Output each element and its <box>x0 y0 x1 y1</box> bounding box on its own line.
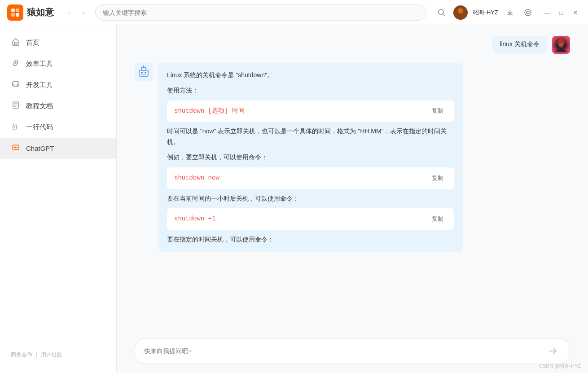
bot-text-6: 要在指定的时间关机，可以使用命令： <box>167 234 454 245</box>
svg-point-22 <box>17 147 18 148</box>
code-text-2: shutdown now <box>174 173 219 184</box>
sidebar-label-devtools: 开发工具 <box>26 81 53 89</box>
svg-text:{/}: {/} <box>12 123 17 130</box>
svg-line-5 <box>443 13 445 16</box>
sidebar-item-efficiency[interactable]: 效率工具 <box>0 53 116 75</box>
bot-text-2: 使用方法： <box>167 85 454 96</box>
sidebar-item-home[interactable]: 首页 <box>0 32 116 53</box>
back-button[interactable]: ‹ <box>63 6 75 19</box>
sidebar-label-home: 首页 <box>26 39 39 47</box>
logo-area: 猿如意 <box>7 4 54 21</box>
copy-button-2[interactable]: 复制 <box>428 173 447 183</box>
sidebar-label-chatgpt: ChatGPT <box>26 145 54 152</box>
user-message-row: linux 关机命令 <box>135 36 570 54</box>
home-icon <box>11 38 21 48</box>
chatgpt-icon <box>11 143 21 154</box>
bot-text-3: 时间可以是 "now" 表示立即关机，也可以是一个具体的时间，格式为 "HH:M… <box>167 126 454 148</box>
svg-rect-10 <box>14 42 17 45</box>
svg-point-28 <box>145 72 146 74</box>
code-block-2: shutdown now 复制 <box>167 167 454 189</box>
sidebar-label-efficiency: 效率工具 <box>26 60 53 68</box>
sidebar-item-chatgpt[interactable]: ChatGPT <box>0 138 116 159</box>
svg-point-12 <box>15 62 17 64</box>
input-box <box>135 338 570 364</box>
user-name-label: 昭哥-HYZ <box>473 9 498 17</box>
user-avatar[interactable] <box>453 5 468 20</box>
bot-avatar-icon <box>135 63 153 81</box>
content-area: linux 关机命令 <box>117 25 588 373</box>
titlebar-icons: 昭哥-HYZ <box>435 5 534 20</box>
forward-button[interactable]: › <box>77 6 90 19</box>
user-avatar-chat <box>552 36 570 54</box>
sidebar-item-docs[interactable]: 教程文档 <box>0 96 116 117</box>
nav-arrows: ‹ › <box>63 6 90 19</box>
search-icon[interactable] <box>435 6 448 19</box>
bot-message-row: Linux 系统的关机命令是 "shutdown"。 使用方法： shutdow… <box>135 63 570 252</box>
svg-rect-2 <box>11 13 15 17</box>
oneliner-icon: {/} <box>11 122 21 132</box>
code-text-1: shutdown [选项] 时间 <box>174 106 245 117</box>
svg-point-31 <box>143 66 145 67</box>
svg-rect-3 <box>16 13 19 17</box>
code-block-1: shutdown [选项] 时间 复制 <box>167 101 454 122</box>
sidebar-label-oneliner: 一行代码 <box>26 123 53 132</box>
close-button[interactable]: ✕ <box>570 7 581 18</box>
svg-point-21 <box>15 147 17 148</box>
user-bubble: linux 关机命令 <box>492 36 547 53</box>
devtools-icon <box>11 80 21 90</box>
input-area <box>117 331 588 373</box>
docs-icon <box>11 101 21 111</box>
sidebar-item-devtools[interactable]: 开发工具 <box>0 75 116 96</box>
copy-button-3[interactable]: 复制 <box>428 214 447 224</box>
sidebar-business-link[interactable]: 商务合作 <box>11 351 32 359</box>
maximize-button[interactable]: □ <box>556 7 566 18</box>
svg-point-27 <box>141 72 143 74</box>
sidebar-community-link[interactable]: 用户社区 <box>41 351 62 359</box>
bot-text-1: Linux 系统的关机命令是 "shutdown"。 <box>167 70 454 81</box>
svg-point-24 <box>557 39 565 46</box>
bot-text-4: 例如，要立即关机，可以使用命令： <box>167 152 454 163</box>
send-button[interactable] <box>544 343 561 359</box>
logo-icon <box>7 4 23 21</box>
chat-input[interactable] <box>144 347 539 355</box>
svg-rect-26 <box>141 67 146 70</box>
svg-point-8 <box>527 11 529 14</box>
svg-rect-1 <box>16 9 19 12</box>
svg-point-20 <box>14 147 15 148</box>
minimize-button[interactable]: — <box>541 7 552 18</box>
sidebar-footer-divider: | <box>36 351 37 359</box>
main-layout: 首页 效率工具 开发工具 <box>0 25 588 373</box>
efficiency-icon <box>11 59 21 69</box>
svg-point-7 <box>458 8 463 13</box>
copy-button-1[interactable]: 复制 <box>428 106 447 116</box>
bot-bubble: Linux 系统的关机命令是 "shutdown"。 使用方法： shutdow… <box>158 63 463 252</box>
code-text-3: shutdown +1 <box>174 214 215 224</box>
watermark: CSDN @昭哥-HYZ <box>539 363 581 369</box>
sidebar-label-docs: 教程文档 <box>26 102 53 110</box>
sidebar-footer: 商务合作 | 用户社区 <box>0 344 116 366</box>
svg-point-9 <box>525 9 531 16</box>
window-controls: — □ ✕ <box>541 7 581 18</box>
bot-text-5: 要在当前时间的一小时后关机，可以使用命令： <box>167 193 454 204</box>
sidebar: 首页 效率工具 开发工具 <box>0 25 117 373</box>
svg-rect-0 <box>11 9 15 12</box>
svg-rect-25 <box>139 70 148 76</box>
settings-icon[interactable] <box>522 6 534 19</box>
chat-container: linux 关机命令 <box>117 25 588 331</box>
search-input[interactable] <box>95 4 426 21</box>
titlebar: 猿如意 ‹ › 昭哥-HYZ <box>0 0 588 25</box>
code-block-3: shutdown +1 复制 <box>167 208 454 230</box>
svg-rect-13 <box>13 82 19 86</box>
app-title: 猿如意 <box>27 6 54 18</box>
download-icon[interactable] <box>504 6 516 19</box>
sidebar-item-oneliner[interactable]: {/} 一行代码 <box>0 117 116 138</box>
